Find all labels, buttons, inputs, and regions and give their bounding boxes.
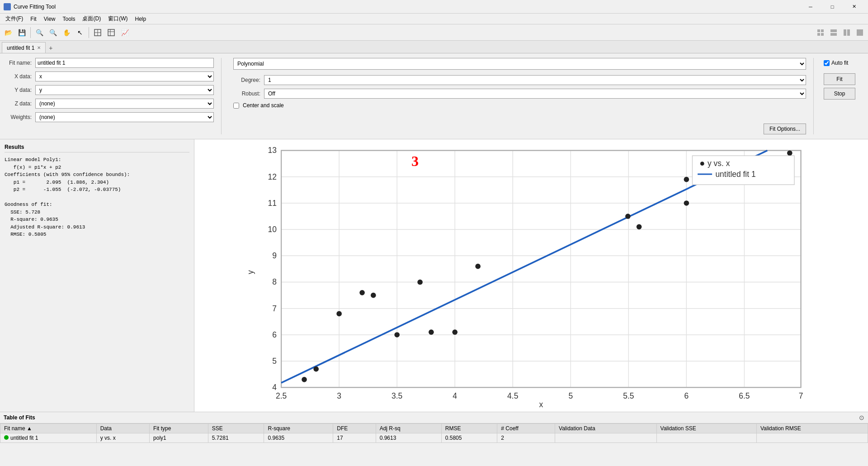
fit-button[interactable]: Fit [824,73,855,85]
svg-rect-3 [108,29,114,36]
svg-text:y: y [246,270,255,274]
toolbar-layout-1[interactable] [814,26,827,39]
tab-label: untitled fit 1 [7,45,34,51]
svg-point-61 [313,366,319,372]
fit-options-button[interactable]: Fit Options... [764,124,806,134]
col-val-rmse[interactable]: Validation RMSE [756,424,868,433]
toolbar-save[interactable]: 💾 [15,26,28,39]
svg-rect-14 [857,29,863,36]
results-panel: Results Linear model Poly1: f(x) = p1*x … [0,139,194,412]
x-data-select[interactable]: x [35,71,214,81]
cell-sse: 5.7281 [208,433,264,443]
fit-name-input[interactable] [35,58,214,68]
svg-point-60 [302,377,307,382]
svg-rect-7 [821,29,824,32]
cell-dfe: 17 [333,433,376,443]
robust-label: Robust: [233,90,260,97]
title-bar: Curve Fitting Tool ─ □ ✕ [0,0,868,14]
robust-select[interactable]: Off [264,89,806,99]
col-coeff[interactable]: # Coeff [497,424,555,433]
table-row[interactable]: untitled fit 1 y vs. x poly1 5.7281 0.96… [0,433,868,443]
svg-text:8: 8 [272,277,277,286]
cell-rmse: 0.5805 [441,433,497,443]
col-adj-rsq[interactable]: Adj R-sq [376,424,441,433]
svg-rect-9 [821,33,824,36]
window-title: Curve Fitting Tool [14,4,800,10]
menu-desktop[interactable]: 桌面(D) [79,14,104,24]
svg-point-67 [429,329,434,335]
toolbar-layout-3[interactable] [840,26,853,39]
stop-button[interactable]: Stop [824,88,855,100]
svg-rect-13 [847,29,850,36]
weights-label: Weights: [5,114,32,120]
fit-settings: Fit name: X data: x Y data: y Z data: (n… [5,58,222,134]
menu-tools[interactable]: Tools [59,14,79,24]
col-dfe[interactable]: DFE [333,424,376,433]
x-data-row: X data: x [5,71,214,81]
svg-text:7: 7 [272,304,277,313]
center-scale-checkbox[interactable] [233,103,239,109]
menu-view[interactable]: View [40,14,59,24]
toolbar-plot[interactable]: 📈 [118,26,131,39]
table-header-row: Table of Fits ⊙ [0,412,868,423]
minimize-button[interactable]: ─ [800,0,821,14]
toolbar-zoom-in[interactable]: 🔍 [33,26,46,39]
autofit-label: Auto fit [831,60,848,66]
svg-text:12: 12 [268,172,276,181]
col-val-data[interactable]: Validation Data [555,424,656,433]
svg-point-69 [475,264,481,269]
weights-row: Weights: (none) [5,112,214,122]
degree-select[interactable]: 1 [264,75,806,85]
toolbar-layout-2[interactable] [827,26,840,39]
tab-untitled-fit-1[interactable]: untitled fit 1 ✕ [2,42,46,53]
fit-type-select[interactable]: Polynomial [233,58,806,70]
maximize-button[interactable]: □ [822,0,843,14]
svg-text:3: 3 [337,391,341,400]
col-rsquare[interactable]: R-square [264,424,333,433]
table-collapse-button[interactable]: ⊙ [859,414,864,421]
toolbar-open[interactable]: 📂 [2,26,14,39]
svg-text:10: 10 [268,225,277,234]
close-button[interactable]: ✕ [844,0,864,14]
col-fit-name[interactable]: Fit name ▲ [0,424,97,433]
cell-fit-type: poly1 [150,433,208,443]
toolbar-layout-4[interactable] [854,26,866,39]
tab-add-button[interactable]: + [46,43,56,53]
svg-text:4: 4 [272,383,277,392]
menu-fit[interactable]: Fit [27,14,40,24]
chart-svg: 4 5 6 7 8 9 10 11 12 13 2.5 3 3.5 4 4.5 … [199,144,863,407]
y-data-select[interactable]: y [35,85,214,95]
svg-text:4: 4 [453,391,457,400]
col-data[interactable]: Data [96,424,149,433]
autofit-checkbox[interactable] [824,60,830,66]
menu-window[interactable]: 窗口(W) [104,14,131,24]
z-data-select[interactable]: (none) [35,99,214,109]
menu-help[interactable]: Help [131,14,150,24]
svg-point-73 [684,200,689,206]
svg-point-76 [787,151,793,156]
svg-point-63 [359,290,365,295]
fit-name-row: Fit name: [5,58,214,68]
svg-point-71 [637,224,642,230]
weights-select[interactable]: (none) [35,112,214,122]
toolbar-data-cursor[interactable] [91,26,104,39]
menu-file[interactable]: 文件(F) [2,14,27,24]
svg-text:x: x [539,400,543,407]
cell-val-sse [656,433,756,443]
svg-text:y vs. x: y vs. x [708,159,730,168]
col-rmse[interactable]: RMSE [441,424,497,433]
col-sse[interactable]: SSE [208,424,264,433]
toolbar-select[interactable]: ↖ [74,26,86,39]
top-panel: Fit name: X data: x Y data: y Z data: (n… [0,53,868,139]
z-data-row: Z data: (none) [5,99,214,109]
tab-close-button[interactable]: ✕ [37,45,41,50]
toolbar-pan[interactable]: ✋ [60,26,73,39]
col-fit-type[interactable]: Fit type [150,424,208,433]
toolbar-zoom-out[interactable]: 🔍 [47,26,59,39]
toolbar-table[interactable] [105,26,118,39]
cell-rsquare: 0.9635 [264,433,333,443]
cell-val-rmse [756,433,868,443]
col-val-sse[interactable]: Validation SSE [656,424,756,433]
table-scroll[interactable]: Fit name ▲ Data Fit type SSE R-square DF… [0,423,868,466]
y-data-label: Y data: [5,87,32,93]
